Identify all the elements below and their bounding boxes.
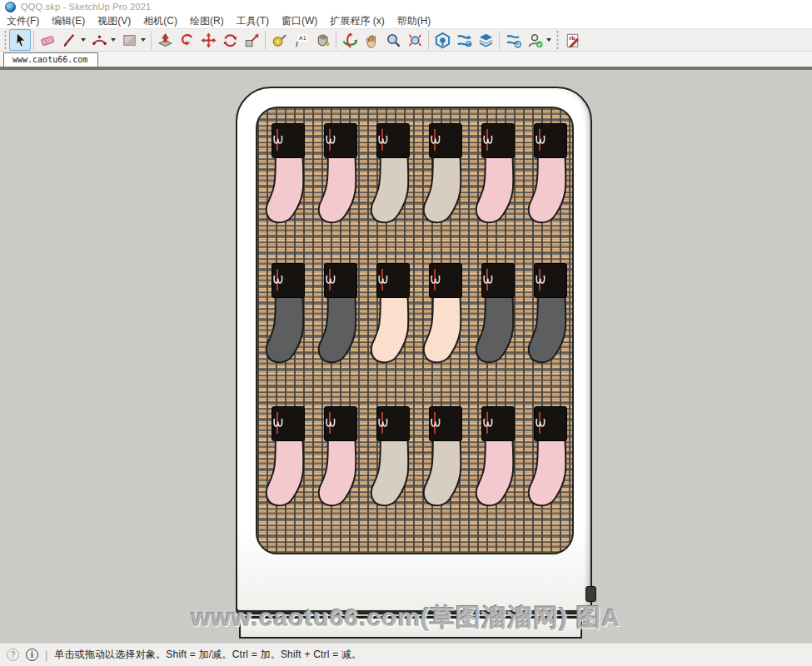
sign-in-dropdown[interactable]	[546, 38, 551, 42]
model-viewport[interactable]: www.caotu66.com(草图溜溜网) 图A	[0, 70, 812, 643]
menu-bar: 文件(F) 编辑(E) 视图(V) 相机(C) 绘图(R) 工具(T) 窗口(W…	[0, 13, 812, 28]
sock-tag	[271, 406, 305, 441]
sock-item[interactable]	[527, 123, 574, 233]
tags-button[interactable]	[475, 29, 496, 51]
toolbar: A1	[0, 28, 812, 52]
menu-item-window[interactable]: 窗口(W)	[281, 14, 317, 28]
menu-item-view[interactable]: 视图(V)	[97, 14, 131, 28]
sock-brand-logo-icon	[535, 133, 546, 147]
sock-item[interactable]	[422, 263, 469, 373]
sock-brand-logo-icon	[535, 416, 546, 430]
menu-item-help[interactable]: 帮助(H)	[397, 14, 431, 28]
sock-brand-logo-icon	[482, 273, 494, 286]
line-tool-dropdown[interactable]	[81, 38, 86, 42]
title-bar: QQQ.skp - SketchUp Pro 2021	[0, 0, 812, 13]
sock-tag	[324, 123, 357, 158]
sock-tag	[481, 263, 515, 298]
menu-item-draw[interactable]: 绘图(R)	[190, 14, 224, 28]
arc-tool-button[interactable]	[88, 29, 110, 51]
help-icon[interactable]: ?	[7, 649, 19, 661]
ruby-console-icon: rb	[564, 32, 581, 49]
follow-me-icon	[178, 32, 196, 49]
zoom-tool-button[interactable]	[382, 29, 404, 51]
sock-item[interactable]	[317, 123, 364, 233]
sock-item[interactable]	[527, 406, 574, 516]
line-tool-button[interactable]	[58, 29, 80, 51]
sock-item[interactable]	[317, 263, 364, 373]
move-tool-button[interactable]	[197, 29, 219, 51]
sock-tag	[534, 263, 567, 298]
menu-item-edit[interactable]: 编辑(E)	[52, 14, 85, 28]
extension-manager-button[interactable]	[502, 29, 524, 51]
menu-item-file[interactable]: 文件(F)	[7, 14, 39, 28]
orbit-tool-button[interactable]	[339, 29, 361, 51]
sock-tag	[481, 123, 515, 158]
sock-item[interactable]	[265, 263, 311, 373]
menu-item-extensions[interactable]: 扩展程序 (x)	[330, 14, 384, 28]
tape-measure-tool-button[interactable]	[268, 29, 290, 51]
3d-warehouse-icon	[456, 32, 473, 49]
paint-bucket-tool-button[interactable]	[311, 29, 333, 51]
rotate-tool-button[interactable]	[219, 29, 241, 51]
sock-brand-logo-icon	[482, 133, 494, 147]
sock-item[interactable]	[265, 123, 311, 233]
rattan-display-board[interactable]	[256, 107, 574, 554]
scene-tab-active[interactable]: www.caotu66.com	[3, 52, 98, 67]
sock-brand-logo-icon	[535, 273, 546, 286]
follow-me-tool-button[interactable]	[176, 29, 197, 51]
sock-tag	[271, 123, 305, 158]
sock-tag	[324, 263, 357, 298]
sock-display-rack[interactable]	[236, 87, 592, 614]
sock-brand-logo-icon	[325, 133, 336, 147]
sock-tag	[534, 123, 567, 158]
toolbar-grip[interactable]	[3, 31, 7, 49]
status-divider: |	[45, 649, 47, 661]
svg-text:rb: rb	[569, 34, 575, 40]
sock-brand-logo-icon	[272, 273, 284, 286]
scale-tool-button[interactable]	[241, 29, 262, 51]
scene-tab-bar: www.caotu66.com	[0, 52, 812, 70]
sock-item[interactable]	[527, 263, 574, 373]
window-title: QQQ.skp - SketchUp Pro 2021	[21, 2, 151, 12]
sock-item[interactable]	[317, 406, 364, 516]
sock-brand-logo-icon	[377, 416, 389, 430]
sock-item[interactable]	[265, 406, 311, 516]
rectangle-tool-button[interactable]	[118, 29, 140, 51]
text-tool-button[interactable]: A1	[290, 29, 311, 51]
sign-in-button[interactable]	[524, 29, 545, 51]
extension-warehouse-button[interactable]	[431, 29, 453, 51]
sock-brand-logo-icon	[272, 133, 284, 147]
tape-measure-icon	[271, 32, 288, 49]
sock-item[interactable]	[475, 263, 521, 373]
toolbar-separator	[33, 31, 34, 50]
push-pull-tool-button[interactable]	[154, 29, 176, 51]
sock-tag	[271, 263, 305, 298]
menu-item-tools[interactable]: 工具(T)	[237, 14, 269, 28]
eraser-tool-button[interactable]	[37, 29, 58, 51]
sock-item[interactable]	[475, 123, 521, 233]
sock-tag	[376, 123, 410, 158]
menu-item-camera[interactable]: 相机(C)	[143, 14, 177, 28]
sock-grid	[257, 108, 572, 553]
rack-side-knob[interactable]	[585, 586, 596, 602]
sock-brand-logo-icon	[430, 416, 441, 430]
sock-item[interactable]	[422, 123, 469, 233]
sock-item[interactable]	[370, 406, 416, 516]
info-icon[interactable]: i	[26, 649, 38, 661]
sketchup-window: QQQ.skp - SketchUp Pro 2021 文件(F) 编辑(E) …	[0, 0, 812, 666]
sock-item[interactable]	[422, 406, 469, 516]
sock-item[interactable]	[370, 263, 416, 373]
zoom-extents-button[interactable]	[404, 29, 426, 51]
sock-item[interactable]	[475, 406, 521, 516]
select-tool-button[interactable]	[9, 29, 31, 51]
sock-tag	[376, 263, 410, 298]
ruby-console-button[interactable]: rb	[561, 29, 583, 51]
sock-tag	[534, 406, 567, 441]
pan-tool-button[interactable]	[361, 29, 382, 51]
arc-tool-dropdown[interactable]	[111, 38, 116, 42]
rectangle-tool-dropdown[interactable]	[141, 38, 146, 42]
sock-item[interactable]	[370, 123, 416, 233]
3d-warehouse-button[interactable]	[453, 29, 475, 51]
extension-warehouse-icon	[434, 32, 451, 49]
toolbar-grip[interactable]	[555, 31, 560, 49]
